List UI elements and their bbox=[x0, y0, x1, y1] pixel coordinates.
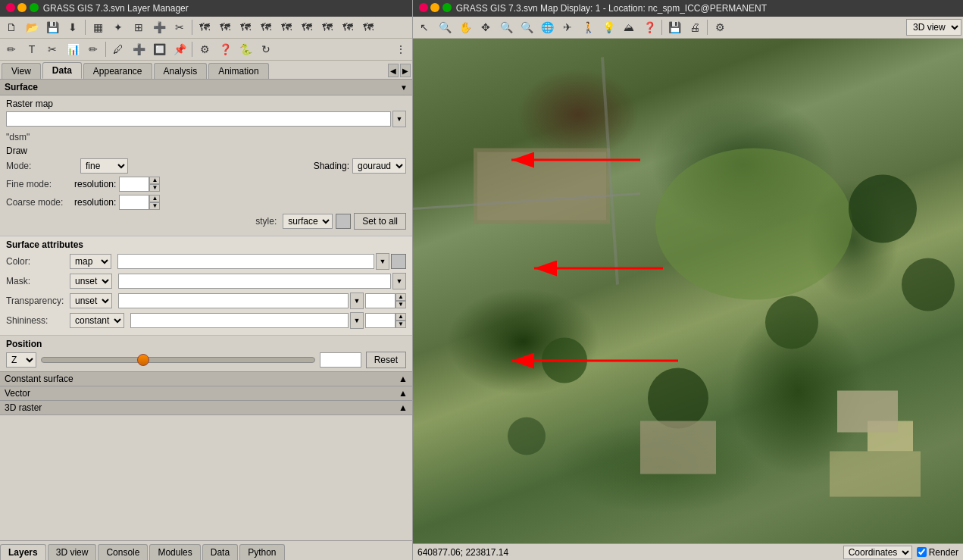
tb-map5[interactable]: 🗺 bbox=[277, 18, 296, 36]
tb2-chart[interactable]: 📊 bbox=[63, 40, 83, 58]
constant-surface-row[interactable]: Constant surface ▲ bbox=[0, 372, 412, 386]
max-btn-left[interactable] bbox=[30, 3, 39, 12]
close-btn-right[interactable] bbox=[419, 3, 428, 12]
tb-import[interactable]: ⬇ bbox=[63, 18, 83, 36]
rt-fly[interactable]: ✈ bbox=[558, 18, 577, 36]
tb-map7[interactable]: 🗺 bbox=[317, 18, 337, 36]
close-btn-left[interactable] bbox=[6, 3, 15, 12]
btab-modules[interactable]: Modules bbox=[149, 544, 200, 560]
btab-layers[interactable]: Layers bbox=[0, 544, 46, 560]
tb-del[interactable]: ✂ bbox=[170, 18, 189, 36]
rt-query[interactable]: 🔍 bbox=[435, 18, 455, 36]
color-type-select[interactable]: map const bbox=[70, 254, 111, 269]
reset-button[interactable]: Reset bbox=[366, 352, 406, 368]
tb2-box[interactable]: 🔲 bbox=[149, 40, 169, 58]
vector-row[interactable]: Vector ▲ bbox=[0, 386, 412, 401]
tabs-nav-left[interactable]: ◀ bbox=[388, 64, 399, 77]
fine-res-down[interactable]: ▼ bbox=[149, 184, 160, 192]
transparency-amount[interactable]: 0 bbox=[365, 293, 396, 308]
shininess-select[interactable]: constant map bbox=[70, 313, 124, 328]
set-to-all-button[interactable]: Set to all bbox=[354, 213, 406, 230]
color-map-dropdown[interactable]: ▼ bbox=[376, 253, 389, 270]
tb-save[interactable]: 💾 bbox=[42, 18, 62, 36]
tb-vector[interactable]: ✦ bbox=[108, 18, 128, 36]
rt-save[interactable]: 💾 bbox=[664, 18, 684, 36]
tb-new[interactable]: 🗋 bbox=[2, 18, 21, 36]
tabs-nav-right[interactable]: ▶ bbox=[400, 64, 411, 77]
view-select[interactable]: 3D view 2D view bbox=[906, 19, 961, 36]
shin-down[interactable]: ▼ bbox=[396, 321, 406, 328]
trans-down[interactable]: ▼ bbox=[396, 301, 406, 308]
rt-zoom-in[interactable]: 🔍 bbox=[496, 18, 516, 36]
style-select[interactable]: surface wire both bbox=[283, 214, 333, 229]
tb-map2[interactable]: 🗺 bbox=[215, 18, 235, 36]
tab-analysis[interactable]: Analysis bbox=[154, 63, 208, 79]
btab-python[interactable]: Python bbox=[239, 544, 284, 560]
tb-raster[interactable]: ▦ bbox=[88, 18, 108, 36]
style-color-swatch[interactable] bbox=[336, 214, 351, 229]
tb-open[interactable]: 📂 bbox=[22, 18, 42, 36]
coarse-resolution-input[interactable]: 9 bbox=[119, 195, 149, 210]
tab-view[interactable]: View bbox=[2, 63, 41, 79]
tb2-refresh[interactable]: ↻ bbox=[256, 40, 276, 58]
fine-res-up[interactable]: ▲ bbox=[149, 177, 160, 184]
rt-pointer[interactable]: ↖ bbox=[414, 18, 434, 36]
shading-select[interactable]: gouraud flat bbox=[352, 158, 406, 174]
mask-input[interactable] bbox=[118, 274, 391, 289]
tb2-help[interactable]: ❓ bbox=[215, 40, 235, 58]
shin-up[interactable]: ▲ bbox=[396, 313, 406, 321]
rt-zoom-out[interactable]: 🔍 bbox=[517, 18, 536, 36]
rt-settings[interactable]: ⚙ bbox=[710, 18, 730, 36]
fine-resolution-input[interactable]: 1 bbox=[119, 177, 149, 192]
position-value-input[interactable]: 0.0 bbox=[320, 352, 361, 368]
tb-map4[interactable]: 🗺 bbox=[256, 18, 276, 36]
max-btn-right[interactable] bbox=[442, 3, 452, 12]
mask-select[interactable]: unset set bbox=[70, 274, 112, 289]
rt-print[interactable]: 🖨 bbox=[685, 18, 705, 36]
rt-light[interactable]: 💡 bbox=[599, 18, 618, 36]
map-area[interactable] bbox=[413, 39, 963, 543]
coarse-res-down[interactable]: ▼ bbox=[149, 202, 160, 210]
transparency-select[interactable]: unset set bbox=[70, 293, 112, 308]
btab-3dview[interactable]: 3D view bbox=[48, 544, 97, 560]
tb-add[interactable]: ➕ bbox=[149, 18, 169, 36]
raster-map-input[interactable]: dsm@PERMANENT bbox=[6, 111, 391, 127]
tb-map8[interactable]: 🗺 bbox=[338, 18, 358, 36]
tb2-text[interactable]: T bbox=[22, 40, 42, 58]
tb2-edit[interactable]: ✏ bbox=[83, 40, 103, 58]
tb2-pin[interactable]: 📌 bbox=[170, 40, 189, 58]
position-slider-track[interactable] bbox=[41, 357, 315, 363]
rt-fringe[interactable]: ⛰ bbox=[619, 18, 639, 36]
tb-group[interactable]: ⊞ bbox=[129, 18, 149, 36]
tb2-draw[interactable]: ✏ bbox=[2, 40, 21, 58]
tb-map3[interactable]: 🗺 bbox=[236, 18, 255, 36]
render-checkbox[interactable] bbox=[917, 547, 927, 557]
transparency-dropdown[interactable]: ▼ bbox=[350, 293, 364, 309]
tab-animation[interactable]: Animation bbox=[208, 63, 268, 79]
mode-select[interactable]: fine coarse both bbox=[80, 158, 128, 174]
coords-type-select[interactable]: Coordinates bbox=[843, 546, 912, 559]
position-slider-thumb[interactable] bbox=[137, 354, 149, 366]
z-axis-select[interactable]: Z X Y bbox=[6, 352, 36, 368]
tb2-py[interactable]: 🐍 bbox=[236, 40, 255, 58]
tb2-more[interactable]: ⋮ bbox=[391, 40, 411, 58]
rt-query2[interactable]: ❓ bbox=[639, 18, 659, 36]
rt-move[interactable]: ✥ bbox=[476, 18, 496, 36]
shininess-amount[interactable]: 23 bbox=[365, 313, 396, 328]
coarse-res-up[interactable]: ▲ bbox=[149, 195, 160, 202]
min-btn-left[interactable] bbox=[17, 3, 27, 12]
min-btn-right[interactable] bbox=[430, 3, 439, 12]
tb2-add2[interactable]: ➕ bbox=[129, 40, 149, 58]
tb2-cfg[interactable]: ⚙ bbox=[195, 40, 214, 58]
mask-dropdown[interactable]: ▼ bbox=[392, 273, 406, 289]
surface-arrow[interactable]: ▼ bbox=[400, 83, 408, 92]
tab-data[interactable]: Data bbox=[42, 62, 82, 79]
tb-map9[interactable]: 🗺 bbox=[358, 18, 378, 36]
color-swatch[interactable] bbox=[391, 254, 406, 269]
tb-map1[interactable]: 🗺 bbox=[195, 18, 214, 36]
rt-nav[interactable]: 🚶 bbox=[578, 18, 598, 36]
btab-data[interactable]: Data bbox=[202, 544, 238, 560]
rt-pan[interactable]: ✋ bbox=[455, 18, 475, 36]
shininess-dropdown[interactable]: ▼ bbox=[350, 312, 364, 329]
3d-raster-row[interactable]: 3D raster ▲ bbox=[0, 401, 412, 415]
